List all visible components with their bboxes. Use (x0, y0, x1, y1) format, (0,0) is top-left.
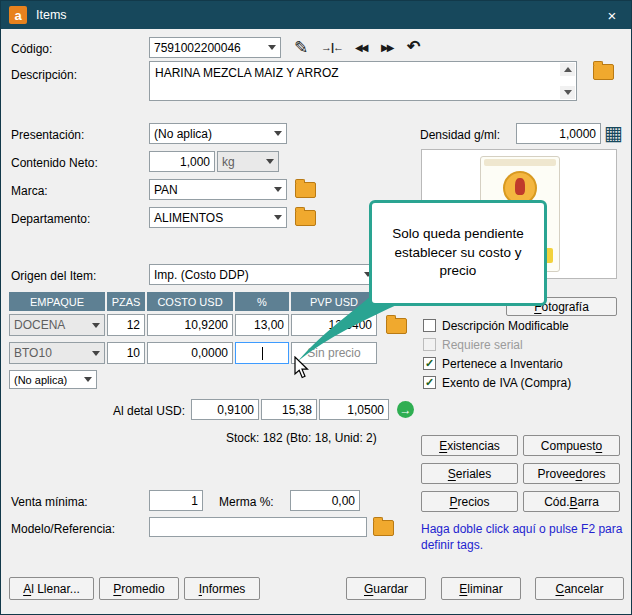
informes-button[interactable]: Informes (184, 577, 260, 600)
checkbox-exento-iva[interactable]: ✓ Exento de IVA (Compra) (423, 375, 571, 390)
row1-empaque-combo[interactable]: DOCENA (9, 314, 105, 336)
merma-field[interactable]: 0,00 (290, 490, 360, 511)
marca-label: Marca: (11, 184, 48, 198)
row1-costo-field[interactable]: 10,9200 (147, 314, 233, 336)
title-bar[interactable]: a Items × (1, 1, 631, 29)
existencias-button[interactable]: Existencias (421, 435, 518, 456)
col-header-empaque: EMPAQUE (9, 292, 105, 311)
checkbox-label: Pertenece a Inventario (442, 357, 563, 371)
densidad-field[interactable]: 1,0000 (516, 123, 601, 144)
checkbox-box[interactable]: ✓ (423, 376, 436, 389)
origen-combo[interactable]: Imp. (Costo DDP) (149, 264, 377, 285)
descripcion-label: Descripción: (11, 68, 77, 82)
descripcion-input[interactable]: HARINA MEZCLA MAIZ Y ARROZ (149, 61, 577, 101)
descripcion-value: HARINA MEZCLA MAIZ Y ARROZ (155, 66, 339, 80)
cancelar-button[interactable]: Cancelar (535, 577, 624, 600)
jump-to-icon[interactable]: →|← (321, 41, 343, 53)
tooltip-text: Solo queda pendiente establecer su costo… (384, 225, 532, 282)
row1-margen-field[interactable]: 13,00 (235, 314, 289, 336)
presentacion-value: (No aplica) (150, 127, 270, 141)
origen-label: Origen del Item: (11, 269, 96, 283)
col-header-pzas: PZAS (107, 292, 145, 311)
precios-button[interactable]: Precios (421, 491, 518, 512)
chevron-down-icon[interactable] (270, 124, 286, 143)
guardar-button[interactable]: Guardar (346, 577, 426, 600)
al-detal-pvp-field[interactable]: 1,0500 (319, 399, 389, 420)
folder-icon[interactable] (295, 182, 316, 198)
check-icon: ✓ (425, 377, 434, 388)
col-header-costo: COSTO USD (147, 292, 233, 311)
calculator-icon[interactable]: ▦ (604, 121, 623, 145)
densidad-label: Densidad g/ml: (420, 128, 500, 142)
seriales-button[interactable]: Seriales (421, 463, 518, 484)
folder-icon[interactable] (373, 520, 394, 536)
green-arrow-icon[interactable]: → (397, 401, 414, 418)
previous-record-icon[interactable]: ◀◀ (355, 42, 366, 53)
contenido-neto-label: Contenido Neto: (11, 156, 98, 170)
chevron-down-icon[interactable] (264, 38, 280, 57)
al-detal-precio-field[interactable]: 0,9100 (191, 399, 259, 420)
cod-barra-button[interactable]: Cód. Barra (523, 491, 620, 512)
compuesto-button[interactable]: Compuesto (523, 435, 620, 456)
items-dialog: a Items × Código: 7591002200046 ✎ →|← ◀◀… (0, 0, 632, 615)
al-detal-margen-field[interactable]: 15,38 (261, 399, 317, 420)
chevron-down-icon[interactable] (270, 180, 286, 199)
venta-minima-label: Venta mínima: (11, 495, 88, 509)
unidad-combo[interactable]: kg (217, 151, 279, 172)
stock-text: Stock: 182 (Bto: 18, Unid: 2) (226, 431, 377, 445)
checkbox-descripcion-modificable[interactable]: ✓ Descripción Modificable (423, 318, 569, 333)
row2-empaque-combo[interactable]: BTO10 (9, 342, 105, 364)
scroll-down-icon[interactable] (560, 86, 575, 99)
checkbox-box[interactable]: ✓ (423, 319, 436, 332)
app-icon: a (9, 6, 27, 24)
checkbox-pertenece-inventario[interactable]: ✓ Pertenece a Inventario (423, 356, 563, 371)
window-title: Items (36, 8, 67, 22)
marca-combo[interactable]: PAN (149, 179, 287, 200)
codigo-combo[interactable]: 7591002200046 (149, 37, 281, 58)
checkbox-box: ✓ (423, 338, 436, 351)
folder-icon[interactable] (593, 64, 614, 80)
modelo-label: Modelo/Referencia: (11, 522, 115, 536)
proveedores-button[interactable]: Proveedores (523, 463, 620, 484)
row1-pzas-field[interactable]: 12 (107, 314, 145, 336)
tags-hint[interactable]: Haga doble click aquí o pulse F2 para de… (421, 521, 623, 553)
col-header-pct: % (235, 292, 289, 311)
venta-minima-field[interactable]: 1 (149, 490, 203, 511)
tooltip-callout: Solo queda pendiente establecer su costo… (369, 200, 547, 306)
modelo-field[interactable] (149, 517, 367, 537)
presentacion-label: Presentación: (11, 128, 84, 142)
row2-pzas-field[interactable]: 10 (107, 342, 145, 364)
folder-icon[interactable] (295, 210, 316, 226)
row2-margen-field[interactable] (235, 342, 289, 364)
mouse-cursor (294, 356, 312, 380)
checkbox-requiere-serial: ✓ Requiere serial (423, 337, 523, 352)
unidad-value: kg (218, 155, 262, 169)
text-caret (262, 347, 263, 360)
chevron-down-icon[interactable] (88, 315, 104, 335)
departamento-label: Departamento: (11, 212, 90, 226)
chevron-down-icon[interactable] (270, 208, 286, 227)
next-record-icon[interactable]: ▶▶ (381, 42, 392, 53)
row2-costo-field[interactable]: 0,0000 (147, 342, 233, 364)
row1-empaque-value: DOCENA (10, 318, 88, 332)
promedio-button[interactable]: Promedio (99, 577, 179, 600)
edit-pencil-icon[interactable]: ✎ (294, 37, 308, 58)
undo-icon[interactable]: ↶ (407, 37, 420, 56)
checkbox-box[interactable]: ✓ (423, 357, 436, 370)
al-detal-label: Al detal USD: (85, 404, 185, 418)
eliminar-button[interactable]: Eliminar (441, 577, 521, 600)
al-llenar-button[interactable]: Al Llenar... (9, 577, 94, 600)
check-icon: ✓ (425, 358, 434, 369)
checkbox-label: Exento de IVA (Compra) (442, 376, 571, 390)
chevron-down-icon[interactable] (80, 371, 96, 388)
chevron-down-icon[interactable] (262, 152, 278, 171)
codigo-value: 7591002200046 (150, 41, 264, 55)
scroll-up-icon[interactable] (560, 63, 575, 76)
merma-label: Merma %: (219, 495, 274, 509)
contenido-neto-field[interactable]: 1,000 (149, 151, 215, 172)
departamento-combo[interactable]: ALIMENTOS (149, 207, 287, 228)
empaque-extra-combo[interactable]: (No aplica) (9, 370, 97, 389)
chevron-down-icon[interactable] (88, 343, 104, 363)
close-icon[interactable]: × (599, 5, 625, 25)
presentacion-combo[interactable]: (No aplica) (149, 123, 287, 144)
